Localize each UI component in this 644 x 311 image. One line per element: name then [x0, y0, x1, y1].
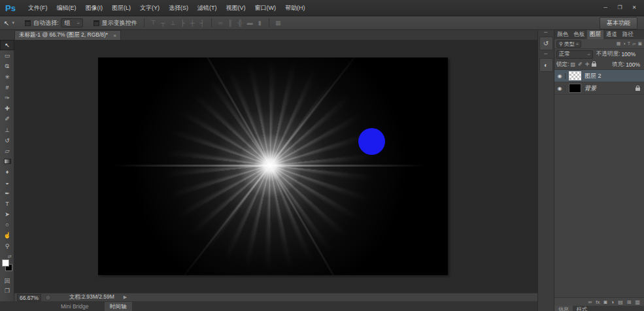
- layer-style-fx-icon[interactable]: fx: [596, 299, 600, 305]
- close-button[interactable]: ✕: [627, 3, 641, 13]
- tool-rectangular-marquee[interactable]: ▭: [0, 50, 14, 61]
- tool-gradient[interactable]: [0, 156, 14, 167]
- menu-select[interactable]: 选择(S): [164, 0, 193, 16]
- lock-transparency-icon[interactable]: ▨: [570, 61, 575, 67]
- distribute-top-icon[interactable]: ═: [216, 20, 226, 26]
- auto-align-layers-icon[interactable]: ▦: [273, 20, 283, 26]
- lock-position-icon[interactable]: ✛: [585, 61, 590, 67]
- align-vcenter-icon[interactable]: ┬: [158, 20, 168, 26]
- menu-type[interactable]: 文字(Y): [135, 0, 164, 16]
- tool-brush[interactable]: ✐: [0, 114, 14, 124]
- layer-row-layer2[interactable]: ◉ 图层 2: [554, 70, 644, 82]
- blend-mode-dropdown[interactable]: 正常 ÷: [556, 50, 593, 59]
- tool-hand[interactable]: ☝: [0, 230, 14, 240]
- tab-timeline[interactable]: 时间轴: [105, 302, 132, 311]
- layer-filter-dropdown[interactable]: ⚲ 类型 ÷: [556, 41, 581, 48]
- filter-smart-object-icon[interactable]: ▣: [637, 41, 642, 46]
- tool-eraser[interactable]: ▱: [0, 146, 14, 156]
- tool-ellipse-shape[interactable]: ○: [0, 220, 14, 230]
- menu-help[interactable]: 帮助(H): [280, 0, 310, 16]
- workspace-switcher-button[interactable]: 基本功能: [600, 17, 637, 29]
- menu-image[interactable]: 图像(I): [80, 0, 107, 16]
- tool-type[interactable]: T: [0, 199, 14, 209]
- tab-swatches[interactable]: 色板: [571, 30, 587, 39]
- auto-select-checkbox[interactable]: [25, 20, 31, 26]
- visibility-eye-icon[interactable]: ◉: [554, 73, 566, 79]
- tab-paths[interactable]: 路径: [620, 30, 636, 39]
- menu-view[interactable]: 视图(V): [221, 0, 250, 16]
- tab-close-icon[interactable]: ×: [113, 33, 116, 39]
- fill-value[interactable]: 100%: [626, 61, 640, 68]
- menu-window[interactable]: 窗口(W): [250, 0, 280, 16]
- adjustments-panel-button[interactable]: ◐: [539, 58, 553, 72]
- document-tab[interactable]: 未标题-1 @ 66.7% (图层 2, RGB/8)* ×: [14, 30, 121, 40]
- tab-channels[interactable]: 通道: [603, 30, 620, 39]
- zoom-level-field[interactable]: 66.67%: [17, 294, 41, 301]
- layer-thumbnail[interactable]: [569, 71, 581, 80]
- align-right-icon[interactable]: ┤: [197, 20, 207, 26]
- filter-shape-icon[interactable]: ▱: [632, 41, 636, 46]
- layer-name[interactable]: 背景: [585, 84, 596, 93]
- distribute-hcenter-icon[interactable]: ▮: [255, 20, 265, 26]
- layer-row-background[interactable]: ◉ 背景: [554, 82, 644, 95]
- delete-layer-icon[interactable]: ▥: [635, 299, 640, 305]
- canvas-pasteboard[interactable]: [14, 40, 537, 293]
- auto-select-dropdown[interactable]: 组 ÷: [61, 18, 82, 27]
- filter-pixel-icon[interactable]: ▦: [617, 41, 621, 46]
- swap-colors-icon[interactable]: ⇄: [8, 254, 12, 259]
- blue-circle-layer-object[interactable]: [358, 128, 385, 155]
- status-options-arrow-icon[interactable]: ▶: [124, 295, 127, 300]
- tool-eyedropper[interactable]: ✑: [0, 93, 14, 103]
- tab-styles[interactable]: 样式: [573, 306, 591, 311]
- align-hcenter-icon[interactable]: ┼: [188, 20, 197, 26]
- tool-path-selection[interactable]: ➤: [0, 209, 14, 220]
- history-panel-button[interactable]: ↺: [539, 37, 553, 50]
- distribute-bottom-icon[interactable]: ╬: [235, 20, 245, 26]
- tool-preset-caret-icon[interactable]: ▾: [12, 20, 14, 25]
- align-top-icon[interactable]: ⊤: [148, 20, 158, 26]
- layers-list-empty-area[interactable]: [554, 95, 644, 297]
- distribute-vcenter-icon[interactable]: ║: [226, 20, 235, 26]
- new-group-icon[interactable]: ▤: [618, 299, 623, 305]
- opacity-value[interactable]: 100%: [621, 51, 636, 57]
- add-mask-icon[interactable]: ◙: [603, 299, 607, 305]
- align-bottom-icon[interactable]: ⊥: [168, 20, 178, 26]
- tool-pen[interactable]: ✒: [0, 188, 14, 199]
- menu-filter[interactable]: 滤镜(T): [193, 0, 222, 16]
- tool-move[interactable]: ↖: [0, 40, 14, 50]
- menu-edit[interactable]: 编辑(E): [52, 0, 80, 16]
- filter-adjustment-icon[interactable]: ◑: [622, 41, 625, 46]
- tool-dodge[interactable]: ◒: [0, 177, 14, 188]
- tool-lasso[interactable]: Ҩ: [0, 61, 14, 71]
- layer-thumbnail[interactable]: [569, 84, 581, 93]
- tab-mini-bridge[interactable]: Mini Bridge: [56, 302, 94, 311]
- distribute-left-icon[interactable]: ▬: [245, 20, 255, 26]
- menu-file[interactable]: 文件(F): [24, 0, 52, 16]
- quick-mask-button[interactable]: 回: [0, 276, 14, 286]
- adjustment-layer-icon[interactable]: ◑: [611, 299, 614, 305]
- document-canvas[interactable]: [98, 57, 448, 275]
- minimize-button[interactable]: ─: [598, 3, 613, 13]
- screen-mode-button[interactable]: ❐: [0, 286, 14, 295]
- tool-crop[interactable]: #: [0, 82, 14, 93]
- tab-layers[interactable]: 图层: [587, 30, 603, 39]
- link-layers-icon[interactable]: ∞: [588, 299, 592, 305]
- lock-pixels-icon[interactable]: ✐: [578, 61, 583, 67]
- visibility-eye-icon[interactable]: ◉: [554, 86, 566, 91]
- new-layer-icon[interactable]: ⊞: [627, 299, 632, 305]
- restore-button[interactable]: ❐: [613, 3, 627, 13]
- tab-info[interactable]: 信息: [554, 306, 573, 311]
- tool-zoom[interactable]: ⚲: [0, 241, 14, 252]
- layer-name[interactable]: 图层 2: [585, 72, 602, 80]
- foreground-color-swatch[interactable]: [2, 259, 9, 267]
- tab-color[interactable]: 颜色: [554, 30, 571, 39]
- align-left-icon[interactable]: ├: [178, 20, 188, 26]
- lock-all-icon[interactable]: [592, 63, 596, 67]
- menu-layer[interactable]: 图层(L): [107, 0, 135, 16]
- tool-spot-healing-brush[interactable]: ✚: [0, 103, 14, 114]
- tool-blur[interactable]: ♦: [0, 167, 14, 177]
- show-transform-checkbox[interactable]: [93, 20, 99, 26]
- tool-quick-selection[interactable]: ✳: [0, 72, 14, 82]
- tool-history-brush[interactable]: ↺: [0, 135, 14, 146]
- filter-type-icon[interactable]: T: [628, 41, 630, 46]
